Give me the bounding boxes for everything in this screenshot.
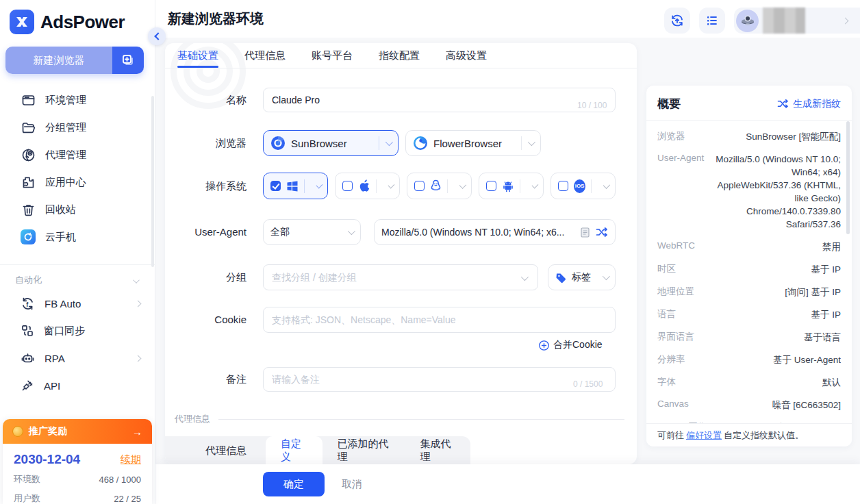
sidebar-item-groups[interactable]: 分组管理 [0,114,155,141]
preferences-link[interactable]: 偏好设置 [686,429,722,442]
tab-fingerprint-config[interactable]: 指纹配置 [379,43,420,68]
renew-link[interactable]: 续期 [121,453,141,466]
collapse-section-icon[interactable] [133,277,140,284]
tab-account-platform[interactable]: 账号平台 [312,43,353,68]
chevron-down-icon[interactable] [385,138,393,146]
user-count-label: 用户数 [14,492,40,504]
ua-filter-value: 全部 [270,226,290,238]
summary-scrollbar[interactable] [846,121,850,234]
windows-checkbox[interactable] [270,181,281,191]
browser-option-sunbrowser[interactable]: SunBrowser [263,130,399,156]
cancel-button[interactable]: 取消 [342,472,362,496]
chevron-down-icon [348,227,355,235]
trash-icon [21,202,36,217]
sidebar-item-proxies[interactable]: 代理管理 [0,141,155,168]
new-browser-button[interactable]: 新建浏览器 [5,47,144,74]
os-option-linux[interactable] [407,173,472,199]
merge-cookie-label: 合并Cookie [553,339,603,351]
chevron-down-icon[interactable] [459,181,467,189]
confirm-button[interactable]: 确定 [263,472,325,496]
os-option-android[interactable] [479,173,544,199]
chevron-down-icon[interactable] [531,181,538,188]
sidebar-item-label: 回收站 [45,203,76,216]
footnote-prefix: 可前往 [657,429,684,442]
browser-option-flowerbrowser[interactable]: FlowerBrowser [405,130,541,156]
referral-banner[interactable]: 推广奖励 → [3,419,152,444]
remark-char-counter: 0 / 1500 [573,379,603,389]
os-option-windows[interactable] [263,173,328,199]
automation-section-title: 自动化 [15,274,42,286]
sidebar-item-rpa[interactable]: RPA [0,344,155,372]
generate-fingerprint-link[interactable]: 生成新指纹 [777,98,841,110]
tab-advanced-settings[interactable]: 高级设置 [446,43,487,68]
sidebar: AdsPower 新建浏览器 环境管理 分组管理 代理管理 应用中心 回收站 [0,0,155,504]
chevron-left-icon [154,32,162,40]
sidebar-item-label: 窗口同步 [44,325,85,338]
os-option-macos[interactable] [335,173,400,199]
macos-checkbox[interactable] [342,181,353,191]
paste-icon[interactable] [580,227,590,238]
plus-circle-icon [539,340,549,351]
fingerprint-summary-panel: 概要 生成新指纹 浏览器SunBrowser [智能匹配] User-Agent… [646,86,852,446]
linux-checkbox[interactable] [414,181,425,191]
sidebar-item-fb-auto[interactable]: f FB Auto [0,290,155,317]
sidebar-item-environments[interactable]: 环境管理 [0,86,155,114]
ios-checkbox[interactable] [558,181,568,191]
tab-basic-settings[interactable]: 基础设置 [177,43,218,68]
sunbrowser-icon [270,136,286,151]
sidebar-item-api[interactable]: API [0,372,155,399]
sidebar-item-trash[interactable]: 回收站 [0,196,155,223]
sidebar-item-window-sync[interactable]: 窗口同步 [0,317,155,344]
name-input[interactable] [263,88,616,112]
summary-row-value: 基于 IP [811,308,841,321]
sidebar-item-cloud-phone[interactable]: 云手机 [0,223,155,251]
sidebar-item-app-center[interactable]: 应用中心 [0,168,155,196]
chevron-down-icon[interactable] [316,181,322,188]
tag-icon [555,272,567,284]
proxy-tab-custom[interactable]: 自定义 [266,436,322,464]
summary-row-label: 字体 [657,376,676,389]
proxy-tab-integrated[interactable]: 集成代理 [405,436,470,464]
merge-cookie-link[interactable]: 合并Cookie [539,339,603,351]
sidebar-scrollbar[interactable] [151,96,154,267]
summary-title: 概要 [657,96,681,112]
chevron-down-icon[interactable] [388,181,394,188]
chevron-down-icon[interactable] [603,181,611,189]
tag-button[interactable]: 标签 [548,264,616,290]
remark-input[interactable] [263,367,616,392]
new-browser-label[interactable]: 新建浏览器 [5,47,112,74]
sidebar-collapse-button[interactable] [148,27,166,45]
ua-value-text: Mozilla/5.0 (Windows NT 10.0; Win64; x6.… [381,227,564,238]
summary-row-label: 地理位置 [657,286,694,299]
summary-row-value: SunBrowser [智能匹配] [746,130,841,143]
page-title: 新建浏览器环境 [168,10,264,28]
tab-proxy-info[interactable]: 代理信息 [244,43,286,68]
header: 新建浏览器环境 [155,0,860,38]
new-browser-plus-icon[interactable] [112,47,144,74]
summary-row-value: 默认 [822,376,841,389]
env-count-label: 环境数 [14,473,40,486]
browser-option-label: SunBrowser [291,138,347,149]
android-checkbox[interactable] [486,181,496,191]
footnote-suffix: 自定义指纹默认值。 [724,429,804,442]
user-account-menu[interactable] [734,8,860,34]
cookie-input[interactable] [263,307,616,333]
os-option-ios[interactable]: iOS [551,173,616,199]
apple-icon [358,179,370,192]
chevron-down-icon [603,273,610,280]
task-list-button[interactable] [699,8,725,34]
ios-icon: iOS [574,179,585,193]
name-label: 名称 [165,88,246,112]
tag-button-label: 标签 [572,271,591,284]
ua-value-field[interactable]: Mozilla/5.0 (Windows NT 10.0; Win64; x6.… [374,219,616,245]
ua-filter-select[interactable]: 全部 [263,219,361,245]
summary-row-label: 分辨率 [657,353,685,366]
group-search-input[interactable] [263,264,538,290]
sidebar-item-label: FB Auto [45,298,81,310]
shuffle-icon[interactable] [596,227,608,238]
sync-update-button[interactable] [664,8,690,34]
chevron-down-icon[interactable] [528,138,535,146]
proxy-tab-added[interactable]: 已添加的代理 [322,436,405,464]
summary-row-label: Canvas [657,399,689,412]
summary-row-label: 界面语言 [657,331,694,344]
